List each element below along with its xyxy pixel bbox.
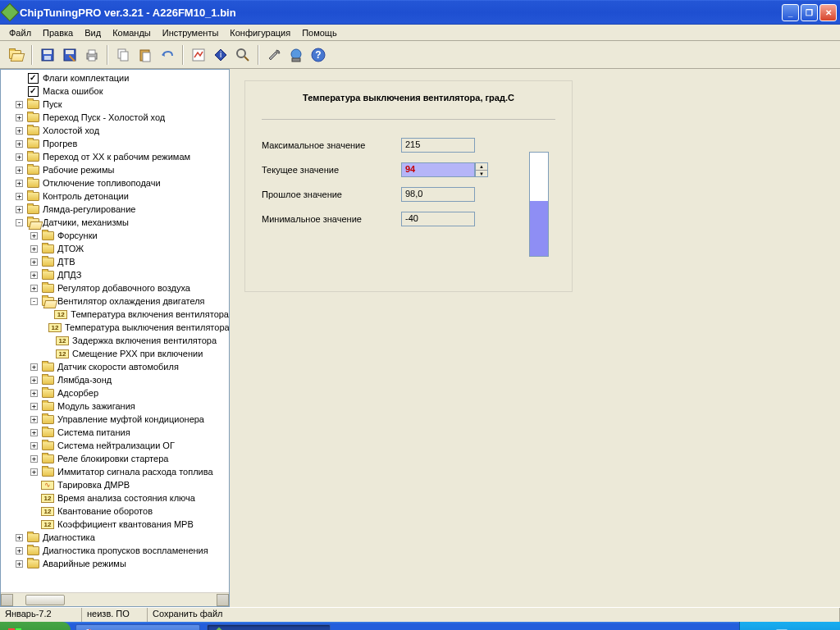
tree-item[interactable]: +ДТОЖ: [1, 242, 229, 255]
expand-toggle[interactable]: +: [16, 153, 23, 161]
minimize-button[interactable]: _: [782, 4, 799, 21]
save-button[interactable]: [38, 45, 57, 65]
taskbar-item-ctpro[interactable]: CTPro - A226FM10_1...: [207, 624, 331, 630]
tree-item[interactable]: 12Квантование оборотов: [1, 504, 229, 518]
expand-toggle[interactable]: +: [30, 285, 38, 292]
tree-item[interactable]: +Рабочие режимы: [1, 163, 229, 176]
expand-toggle[interactable]: +: [16, 193, 23, 200]
tree-item[interactable]: 12Температура выключения вентилятора: [1, 321, 229, 334]
tree-item[interactable]: +Отключение топливоподачи: [1, 176, 229, 189]
expand-toggle[interactable]: +: [30, 442, 38, 450]
expand-toggle[interactable]: +: [16, 127, 23, 135]
menu-view[interactable]: Вид: [79, 26, 107, 39]
expand-toggle[interactable]: +: [16, 560, 23, 568]
open-button[interactable]: ▾: [7, 45, 26, 65]
tree-item[interactable]: ✓Флаги комплектации: [1, 71, 229, 84]
search-button[interactable]: [233, 45, 253, 65]
tree-item[interactable]: 12Время анализа состояния ключа: [1, 491, 229, 504]
tree-item[interactable]: +Аварийные режимы: [1, 557, 229, 568]
menu-commands[interactable]: Команды: [107, 26, 157, 39]
tree-item[interactable]: +Прогрев: [1, 137, 229, 150]
expand-toggle[interactable]: -: [30, 298, 38, 305]
expand-toggle[interactable]: +: [16, 140, 23, 148]
tree-item[interactable]: +Адсорбер: [1, 386, 229, 399]
tree-item[interactable]: +Лямда-регулирование: [1, 203, 229, 216]
close-button[interactable]: ✕: [819, 4, 837, 21]
value-spinner[interactable]: ▲▼: [475, 162, 488, 177]
tree-item[interactable]: +Диагностика: [1, 531, 229, 544]
expand-toggle[interactable]: +: [30, 377, 38, 384]
expand-toggle[interactable]: +: [30, 390, 38, 397]
tree-item[interactable]: +Переход Пуск - Холостой ход: [1, 111, 229, 124]
expand-toggle[interactable]: +: [30, 416, 38, 423]
tree-item[interactable]: 12Задержка включения вентилятора: [1, 334, 229, 347]
expand-toggle[interactable]: +: [30, 245, 38, 253]
expand-toggle[interactable]: +: [30, 429, 38, 436]
network-button[interactable]: [286, 45, 306, 65]
tree-item[interactable]: 12Температура включения вентилятора: [1, 308, 229, 321]
expand-toggle[interactable]: +: [30, 258, 38, 266]
tree-item[interactable]: +Диагностика пропусков воспламенения: [1, 544, 229, 557]
tree-item[interactable]: +Пуск: [1, 98, 229, 111]
expand-toggle[interactable]: +: [16, 206, 23, 213]
undo-button[interactable]: [158, 45, 177, 65]
expand-toggle[interactable]: -: [16, 219, 23, 226]
chart-button[interactable]: [189, 45, 208, 65]
tree-item[interactable]: +Форсунки: [1, 229, 229, 242]
tree-item[interactable]: 12Смещение РХХ при включении: [1, 347, 229, 360]
tree-item[interactable]: +Система питания: [1, 426, 229, 439]
start-button[interactable]: пуск: [0, 622, 71, 630]
tree-item[interactable]: ∿Тарировка ДМРВ: [1, 478, 229, 491]
expand-toggle[interactable]: +: [16, 180, 23, 187]
taskbar-item-chrome[interactable]: Новая запись - Goog...: [75, 624, 200, 630]
tree-item[interactable]: ✓Маска ошибок: [1, 84, 229, 98]
system-tray[interactable]: RU ◀ 19:22: [739, 622, 840, 630]
info-button[interactable]: i: [211, 45, 231, 65]
copy-button[interactable]: [113, 45, 133, 65]
current-value-input[interactable]: 94: [401, 162, 475, 177]
expand-toggle[interactable]: +: [30, 272, 38, 279]
expand-toggle[interactable]: +: [16, 534, 23, 541]
tree-item[interactable]: +Переход от XX к рабочим режимам: [1, 150, 229, 163]
tree-hscroll[interactable]: [1, 592, 229, 606]
paste-button[interactable]: [135, 45, 155, 65]
tree-item[interactable]: +Иммитатор сигнала расхода топлива: [1, 465, 229, 478]
tree-item[interactable]: -Вентилятор охлаждения двигателя: [1, 294, 229, 308]
tree-item[interactable]: +Датчик скорости автомобиля: [1, 360, 229, 373]
tree-item[interactable]: +ДТВ: [1, 255, 229, 268]
help-button[interactable]: ?: [308, 45, 328, 65]
folder-closed-icon: [42, 363, 54, 372]
tree-item[interactable]: +Реле блокировки стартера: [1, 452, 229, 465]
tree-item[interactable]: +Контроль детонации: [1, 189, 229, 203]
maximize-button[interactable]: ❐: [801, 4, 818, 21]
expand-toggle[interactable]: +: [16, 114, 23, 121]
tools-button[interactable]: [264, 45, 284, 65]
expand-toggle[interactable]: +: [30, 232, 38, 240]
print-button[interactable]: [82, 45, 102, 65]
menu-tools[interactable]: Инструменты: [157, 26, 225, 39]
tree-item[interactable]: +Лямбда-зонд: [1, 373, 229, 386]
printer-icon: [84, 48, 99, 62]
menu-config[interactable]: Конфигурация: [224, 26, 296, 39]
expand-toggle[interactable]: +: [16, 547, 23, 555]
expand-toggle[interactable]: +: [30, 403, 38, 410]
tree-label: ДТОЖ: [57, 244, 84, 253]
tree-item[interactable]: +Регулятор добавочного воздуха: [1, 281, 229, 294]
tree-item[interactable]: +ДПДЗ: [1, 268, 229, 281]
tree-item[interactable]: +Система нейтрализации ОГ: [1, 439, 229, 452]
tree-item[interactable]: +Модуль зажигания: [1, 399, 229, 413]
tree-item[interactable]: -Датчики, механизмы: [1, 216, 229, 229]
tree-label: Флаги комплектации: [43, 73, 129, 83]
menu-help[interactable]: Помощь: [296, 26, 343, 39]
expand-toggle[interactable]: +: [30, 455, 38, 463]
tree-item[interactable]: 12Коэффициент квантования МРВ: [1, 518, 229, 531]
tree-item[interactable]: +Холостой ход: [1, 124, 229, 137]
expand-toggle[interactable]: +: [30, 363, 38, 371]
expand-toggle[interactable]: +: [16, 101, 23, 108]
menu-file[interactable]: Файл: [3, 26, 37, 39]
save-as-button[interactable]: [60, 45, 80, 65]
expand-toggle[interactable]: +: [16, 167, 23, 174]
expand-toggle[interactable]: +: [30, 468, 38, 476]
menu-edit[interactable]: Правка: [37, 26, 79, 39]
tree-item[interactable]: +Управление муфтой кондиционера: [1, 413, 229, 426]
